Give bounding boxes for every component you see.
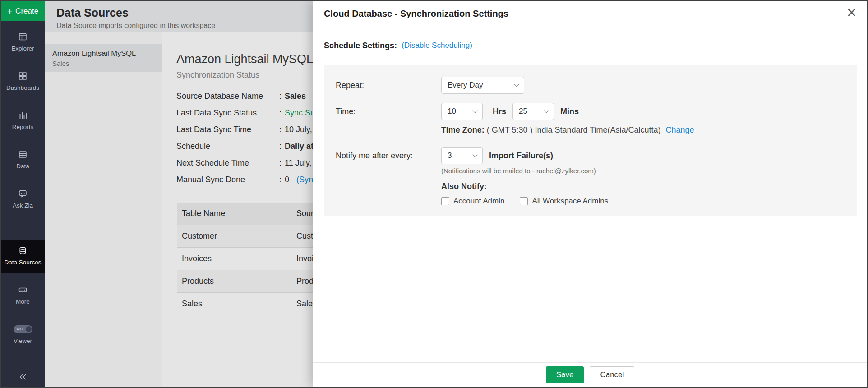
- sidebar-item-label: Reports: [12, 124, 33, 131]
- schedule-settings-label: Schedule Settings:: [324, 41, 397, 51]
- app-window: + Create Explorer Dashboards Report: [0, 0, 868, 388]
- explorer-icon: [18, 32, 28, 42]
- disable-scheduling-link[interactable]: (Disable Scheduling): [402, 41, 472, 50]
- hours-selected-value: 10: [448, 107, 456, 116]
- also-notify-label: Also Notify:: [441, 182, 845, 191]
- repeat-row: Repeat: Every Day: [336, 77, 845, 94]
- all-workspace-admins-label: All Workspace Admins: [532, 197, 608, 206]
- viewer-toggle-state: OFF: [17, 327, 25, 332]
- sync-settings-modal: Cloud Database - Synchronization Setting…: [313, 1, 867, 387]
- import-failures-label: Import Failure(s): [489, 151, 553, 161]
- dashboards-icon: [18, 71, 28, 81]
- data-table-icon: [18, 149, 28, 160]
- hours-select[interactable]: 10: [441, 103, 483, 120]
- sidebar-item-label: Data Sources: [5, 259, 42, 267]
- sidebar-item-ask-zia[interactable]: Ask Zia: [1, 183, 45, 216]
- chevron-down-icon: [472, 108, 477, 113]
- modal-footer: Save Cancel: [313, 362, 867, 387]
- sidebar-item-viewer[interactable]: OFF Viewer: [1, 318, 45, 351]
- plus-icon: +: [7, 6, 13, 16]
- sidebar-nav: Explorer Dashboards Reports Data: [1, 26, 45, 357]
- sidebar-item-more[interactable]: More: [1, 279, 45, 312]
- timezone-line: Time Zone: ( GMT 5:30 ) India Standard T…: [441, 125, 845, 134]
- more-ellipsis-icon: [18, 285, 28, 295]
- ask-zia-icon: [18, 189, 28, 199]
- chevron-down-icon: [514, 82, 519, 87]
- modal-header: Cloud Database - Synchronization Setting…: [313, 1, 867, 27]
- reports-icon: [18, 110, 28, 120]
- sidebar-item-data[interactable]: Data: [1, 143, 45, 176]
- sidebar-item-label: Data: [16, 163, 29, 171]
- data-sources-icon: [18, 245, 28, 256]
- sidebar-item-data-sources[interactable]: Data Sources: [1, 240, 45, 273]
- repeat-selected-value: Every Day: [448, 81, 483, 90]
- viewer-toggle-icon[interactable]: OFF: [14, 324, 32, 334]
- timezone-value: ( GMT 5:30 ) India Standard Time(Asia/Ca…: [487, 125, 661, 134]
- minutes-select[interactable]: 25: [512, 103, 554, 120]
- notify-row: Notify me after every: 3 Import Failure(…: [336, 147, 845, 164]
- checkbox-icon[interactable]: [520, 197, 528, 205]
- failure-count-select[interactable]: 3: [441, 147, 483, 164]
- account-admin-checkbox[interactable]: Account Admin: [441, 197, 504, 206]
- schedule-settings-panel: Repeat: Every Day Time: 10 Hrs 25: [324, 65, 857, 216]
- collapse-sidebar-button[interactable]: [1, 372, 45, 383]
- minutes-selected-value: 25: [519, 107, 527, 116]
- all-workspace-admins-checkbox[interactable]: All Workspace Admins: [520, 197, 608, 206]
- create-button-label: Create: [15, 7, 38, 16]
- timezone-label: Time Zone:: [441, 125, 485, 134]
- notification-email-note: (Notifications will be mailed to - rache…: [441, 167, 845, 175]
- repeat-label: Repeat:: [336, 81, 441, 90]
- hours-unit-label: Hrs: [493, 107, 506, 116]
- double-chevron-left-icon: [18, 372, 28, 383]
- schedule-settings-line: Schedule Settings: (Disable Scheduling): [324, 41, 857, 51]
- repeat-select[interactable]: Every Day: [441, 77, 524, 94]
- create-button[interactable]: + Create: [1, 1, 45, 21]
- viewer-off-toggle[interactable]: OFF: [14, 325, 32, 333]
- modal-title: Cloud Database - Synchronization Setting…: [324, 9, 847, 19]
- timezone-change-link[interactable]: Change: [666, 125, 694, 134]
- save-button[interactable]: Save: [546, 366, 584, 383]
- time-row: Time: 10 Hrs 25 Mins: [336, 103, 845, 120]
- failure-count-value: 3: [448, 151, 452, 160]
- sidebar-item-label: Explorer: [11, 45, 34, 53]
- close-icon[interactable]: ×: [847, 5, 856, 21]
- sidebar-item-label: Ask Zia: [13, 202, 33, 210]
- notify-label: Notify me after every:: [336, 151, 441, 161]
- sidebar-item-label: Dashboards: [6, 84, 39, 92]
- chevron-down-icon: [472, 152, 477, 157]
- time-label: Time:: [336, 107, 441, 116]
- checkbox-icon[interactable]: [441, 197, 449, 205]
- account-admin-label: Account Admin: [453, 197, 504, 206]
- also-notify-options: Account Admin All Workspace Admins: [441, 196, 845, 206]
- sidebar-item-reports[interactable]: Reports: [1, 104, 45, 137]
- sidebar-item-label: Viewer: [14, 337, 32, 345]
- sidebar-item-dashboards[interactable]: Dashboards: [1, 65, 45, 98]
- cancel-button[interactable]: Cancel: [590, 366, 634, 383]
- minutes-unit-label: Mins: [560, 107, 579, 116]
- sidebar-item-label: More: [16, 298, 30, 306]
- sidebar: + Create Explorer Dashboards Report: [1, 1, 45, 387]
- sidebar-item-explorer[interactable]: Explorer: [1, 26, 45, 59]
- chevron-down-icon: [544, 108, 549, 113]
- modal-body: Schedule Settings: (Disable Scheduling) …: [313, 27, 867, 362]
